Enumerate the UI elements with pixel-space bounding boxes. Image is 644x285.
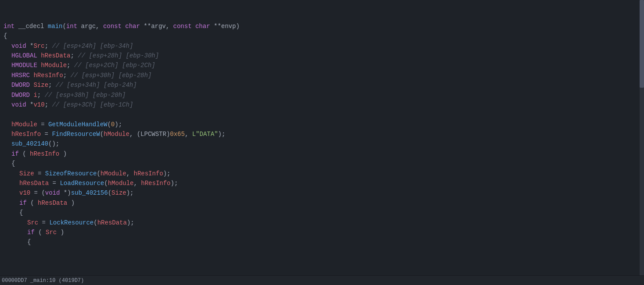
code-line: v10 = (void *)sub_402156(Size); [4, 188, 644, 198]
code-line: if ( hResData ) [4, 198, 644, 208]
code-line: Size = SizeofResource(hModule, hResInfo)… [4, 169, 644, 178]
status-bar: 00000DD7 _main:10 (4019D7) [0, 275, 644, 285]
code-line: DWORD i; // [esp+38h] [ebp-20h] [4, 90, 644, 100]
code-line: if ( Src ) [4, 228, 644, 237]
code-line: int __cdecl main(int argc, const char **… [4, 21, 644, 31]
scrollbar[interactable] [640, 0, 644, 285]
code-line: HMODULE hModule; // [esp+2Ch] [ebp-2Ch] [4, 61, 644, 70]
code-line: DWORD Size; // [esp+34h] [ebp-24h] [4, 80, 644, 90]
code-line: { [4, 208, 644, 217]
code-line: sub_402140(); [4, 139, 644, 149]
code-line: hModule = GetModuleHandleW(0); [4, 120, 644, 129]
code-content: int __cdecl main(int argc, const char **… [0, 0, 644, 249]
code-line: hResData = LoadResource(hModule, hResInf… [4, 178, 644, 188]
code-container: int __cdecl main(int argc, const char **… [0, 0, 644, 285]
code-line: { [4, 159, 644, 168]
code-line: HRSRC hResInfo; // [esp+30h] [ebp-28h] [4, 71, 644, 80]
code-line [4, 110, 644, 119]
code-line: hResInfo = FindResourceW(hModule, (LPCWS… [4, 129, 644, 139]
code-line: Src = LockResource(hResData); [4, 218, 644, 228]
code-line: void *Src; // [esp+24h] [ebp-34h] [4, 41, 644, 51]
code-line: if ( hResInfo ) [4, 149, 644, 159]
code-line: { [4, 237, 644, 247]
code-line: HGLOBAL hResData; // [esp+28h] [ebp-30h] [4, 51, 644, 61]
status-text: 00000DD7 _main:10 (4019D7) [2, 278, 84, 284]
scrollbar-thumb[interactable] [640, 0, 644, 88]
code-line: void *v10; // [esp+3Ch] [ebp-1Ch] [4, 100, 644, 110]
code-line: { [4, 31, 644, 41]
